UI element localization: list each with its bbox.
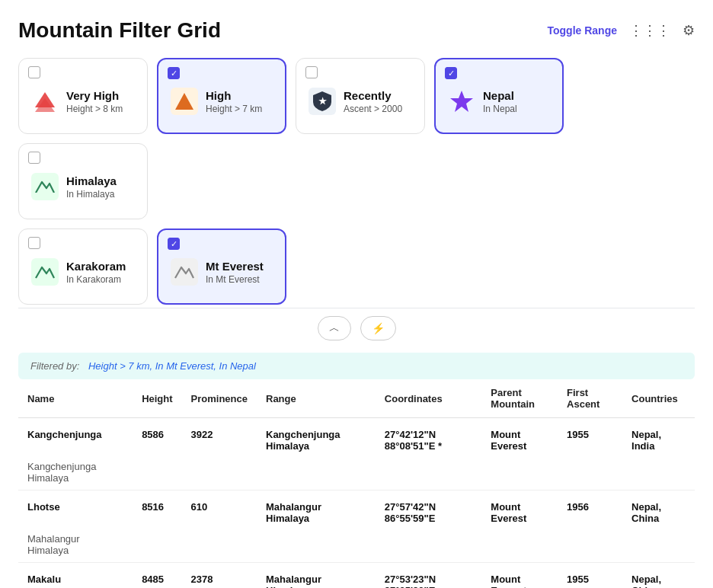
cell-name: Kangchenjunga bbox=[18, 418, 133, 457]
table-row: Kangchenjunga 8586 3922 Kangchenjunga Hi… bbox=[18, 418, 695, 457]
cell-first-ascent: 1955 bbox=[558, 563, 622, 589]
cell-coordinates: 27°42'12"N 88°08'51"E * bbox=[376, 418, 481, 457]
svg-marker-2 bbox=[175, 93, 193, 110]
col-coordinates: Coordinates bbox=[376, 379, 481, 418]
col-range: Range bbox=[257, 379, 376, 418]
filter-icon-himalaya bbox=[31, 173, 59, 200]
filter-icon-karakoram bbox=[31, 258, 59, 286]
settings-icon[interactable]: ⚙ bbox=[683, 22, 695, 39]
cell-countries: Nepal, China bbox=[622, 491, 695, 529]
data-table: Name Height Prominence Range Coordinates… bbox=[18, 379, 695, 588]
svg-text:★: ★ bbox=[318, 96, 327, 107]
cell-height: 8516 bbox=[133, 491, 181, 529]
cell-first-ascent: 1956 bbox=[558, 491, 622, 529]
filter-desc-very-high: Height > 8 km bbox=[66, 104, 123, 114]
filter-desc-high: Height > 7 km bbox=[206, 104, 262, 114]
table-sub-row: Mahalangur Himalaya bbox=[18, 529, 695, 563]
checkbox-high[interactable]: ✓ bbox=[168, 67, 180, 79]
checkbox-recently[interactable] bbox=[305, 66, 318, 78]
filter-card-himalaya[interactable]: Himalaya In Himalaya bbox=[18, 143, 148, 219]
col-height: Height bbox=[133, 379, 181, 418]
col-prominence: Prominence bbox=[182, 379, 257, 418]
filter-icon-high bbox=[171, 88, 198, 115]
checkbox-mt-everest[interactable]: ✓ bbox=[168, 238, 180, 250]
filter-card-very-high[interactable]: Very High Height > 8 km bbox=[18, 58, 148, 134]
table-header-row: Name Height Prominence Range Coordinates… bbox=[18, 379, 695, 418]
cell-range-main: Mahalangur Himalaya bbox=[18, 529, 133, 563]
filter-icon-very-high bbox=[31, 88, 59, 115]
cell-parent-mountain: Mount Everest bbox=[481, 491, 558, 529]
filter-name-nepal: Nepal bbox=[483, 89, 517, 102]
checkbox-very-high[interactable] bbox=[28, 66, 40, 78]
filter-name-mt-everest: Mt Everest bbox=[206, 260, 264, 273]
filter-icon-mt-everest bbox=[171, 258, 198, 286]
svg-marker-4 bbox=[450, 91, 473, 112]
cell-prominence: 610 bbox=[182, 491, 257, 529]
cell-height: 8485 bbox=[133, 563, 181, 589]
filter-desc-himalaya: In Himalaya bbox=[66, 189, 117, 200]
table-sub-row: Kangchenjunga Himalaya bbox=[18, 456, 695, 491]
cell-range-main: Kangchenjunga Himalaya bbox=[18, 456, 133, 491]
action-bar: ︿ ⚡ bbox=[18, 308, 695, 353]
filter-card-mt-everest[interactable]: ✓ Mt Everest In Mt Everest bbox=[157, 228, 286, 305]
filter-desc-karakoram: In Karakoram bbox=[66, 274, 126, 285]
filter-name-high: High bbox=[206, 89, 262, 102]
filter-name-very-high: Very High bbox=[66, 89, 123, 102]
grid-icon[interactable]: ⋮⋮⋮ bbox=[629, 22, 670, 39]
filter-info-label: Filtered by: bbox=[30, 360, 79, 372]
customize-icon: ⚡ bbox=[372, 322, 385, 334]
col-parent-mountain: ParentMountain bbox=[481, 379, 558, 418]
filter-grid: Very High Height > 8 km ✓ High Height > … bbox=[18, 58, 695, 219]
filter-name-karakoram: Karakoram bbox=[66, 260, 126, 273]
filter-name-himalaya: Himalaya bbox=[66, 174, 117, 187]
filter-card-karakoram[interactable]: Karakoram In Karakoram bbox=[18, 228, 148, 305]
page-title: Mountain Filter Grid bbox=[18, 18, 221, 43]
app-container: Mountain Filter Grid Toggle Range ⋮⋮⋮ ⚙ … bbox=[0, 0, 713, 588]
cell-first-ascent: 1955 bbox=[558, 418, 622, 457]
filter-icon-recently: ★ bbox=[309, 88, 336, 115]
cell-range: Mahalangur Himalaya bbox=[257, 563, 376, 589]
customize-button[interactable]: ⚡ bbox=[360, 316, 396, 340]
cell-name: Lhotse bbox=[18, 491, 133, 529]
filter-grid-row2: Karakoram In Karakoram ✓ Mt Everest In M… bbox=[18, 228, 695, 305]
filter-desc-mt-everest: In Mt Everest bbox=[206, 274, 264, 285]
cell-range: Kangchenjunga Himalaya bbox=[257, 418, 376, 457]
col-name: Name bbox=[18, 379, 133, 418]
table-row: Makalu 8485 2378 Mahalangur Himalaya 27°… bbox=[18, 563, 695, 589]
collapse-button[interactable]: ︿ bbox=[318, 316, 351, 340]
cell-coordinates: 27°53'23"N 87°05'20"E bbox=[376, 563, 481, 589]
header-actions: Toggle Range ⋮⋮⋮ ⚙ bbox=[547, 22, 695, 39]
filter-card-high[interactable]: ✓ High Height > 7 km bbox=[157, 58, 286, 134]
svg-rect-6 bbox=[36, 193, 54, 196]
cell-coordinates: 27°57'42"N 86°55'59"E bbox=[376, 491, 481, 529]
toggle-range-button[interactable]: Toggle Range bbox=[547, 24, 617, 37]
cell-countries: Nepal, China bbox=[622, 563, 695, 589]
cell-parent-mountain: Mount Everest bbox=[481, 418, 558, 457]
filter-card-recently[interactable]: ★ Recently Ascent > 2000 bbox=[296, 58, 425, 134]
cell-countries: Nepal, India bbox=[622, 418, 695, 457]
filter-card-nepal[interactable]: ✓ Nepal In Nepal bbox=[434, 58, 564, 134]
col-countries: Countries bbox=[622, 379, 695, 418]
cell-range: Mahalangur Himalaya bbox=[257, 491, 376, 529]
cell-name: Makalu bbox=[18, 563, 133, 589]
filter-icon-nepal bbox=[448, 88, 475, 115]
filter-desc-nepal: In Nepal bbox=[483, 104, 517, 114]
filter-desc-recently: Ascent > 2000 bbox=[344, 104, 402, 114]
header: Mountain Filter Grid Toggle Range ⋮⋮⋮ ⚙ bbox=[18, 18, 695, 43]
filter-name-recently: Recently bbox=[344, 89, 402, 102]
checkbox-nepal[interactable]: ✓ bbox=[445, 67, 457, 79]
cell-prominence: 2378 bbox=[182, 563, 257, 589]
checkbox-karakoram[interactable] bbox=[28, 237, 40, 249]
filter-info-value: Height > 7 km, In Mt Everest, In Nepal bbox=[88, 360, 256, 372]
col-first-ascent: First Ascent bbox=[558, 379, 622, 418]
cell-prominence: 3922 bbox=[182, 418, 257, 457]
table-row: Lhotse 8516 610 Mahalangur Himalaya 27°5… bbox=[18, 491, 695, 529]
cell-height: 8586 bbox=[133, 418, 181, 457]
checkbox-himalaya[interactable] bbox=[28, 152, 40, 164]
chevron-up-icon: ︿ bbox=[329, 321, 340, 335]
filter-info-bar: Filtered by: Height > 7 km, In Mt Everes… bbox=[18, 353, 695, 379]
cell-parent-mountain: Mount Everest bbox=[481, 563, 558, 589]
